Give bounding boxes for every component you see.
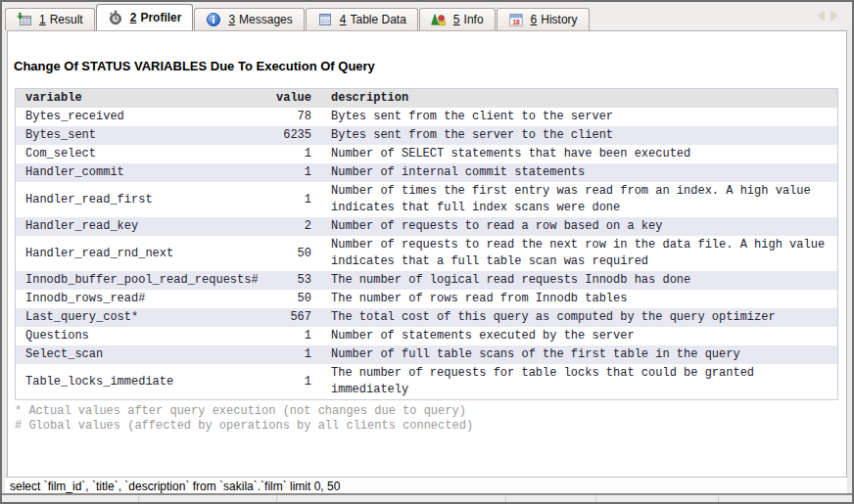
status-pane bbox=[719, 495, 852, 502]
cell-description: The number of rows read from Innodb tabl… bbox=[311, 290, 837, 308]
table-row[interactable]: Innodb_rows_read#50The number of rows re… bbox=[16, 290, 837, 308]
table-row[interactable]: Select_scan1Number of full table scans o… bbox=[16, 345, 837, 364]
cell-variable: Com_select bbox=[16, 145, 268, 163]
status-pane bbox=[139, 495, 277, 502]
tab-history[interactable]: 18 6History bbox=[497, 8, 590, 30]
cell-value: 1 bbox=[268, 345, 311, 364]
cell-description: Number of times the first entry was read… bbox=[311, 182, 837, 217]
cell-value: 53 bbox=[268, 271, 311, 290]
table-row[interactable]: Handler_read_key2Number of requests to r… bbox=[16, 217, 837, 236]
table-grid-icon bbox=[317, 12, 333, 27]
profiler-table-body: Bytes_received78Bytes sent from the clie… bbox=[16, 108, 837, 399]
table-row[interactable]: Bytes_received78Bytes sent from the clie… bbox=[16, 108, 837, 126]
footnote-global-values: # Global values (affected by operations … bbox=[15, 419, 846, 434]
cell-description: Number of statements executed by the ser… bbox=[311, 327, 837, 345]
table-header-row[interactable]: variable value description bbox=[16, 89, 837, 108]
cell-variable: Handler_read_key bbox=[16, 217, 268, 236]
shapes-icon bbox=[431, 12, 447, 27]
tab-label: 4Table Data bbox=[340, 13, 406, 26]
info-bubble-icon bbox=[206, 12, 221, 27]
cell-description: Number of full table scans of the first … bbox=[311, 345, 837, 364]
cell-variable: Handler_read_rnd_next bbox=[16, 245, 268, 263]
table-row[interactable]: Handler_read_rnd_next50Number of request… bbox=[16, 236, 837, 271]
calendar-icon: 18 bbox=[508, 12, 524, 27]
cell-variable: Table_locks_immediate bbox=[16, 373, 268, 391]
cell-description: Bytes sent from the client to the server bbox=[311, 108, 837, 126]
stopwatch-icon bbox=[108, 10, 123, 25]
table-row[interactable]: Bytes_sent6235Bytes sent from the server… bbox=[16, 126, 837, 145]
cell-description: Number of internal commit statements bbox=[311, 163, 837, 182]
tab-scroll-right-icon[interactable] bbox=[830, 10, 838, 22]
tab-table-data[interactable]: 4Table Data bbox=[306, 8, 418, 30]
cell-description: Bytes sent from the server to the client bbox=[311, 126, 837, 145]
tab-scroll-arrows bbox=[817, 10, 838, 22]
cell-variable: Select_scan bbox=[16, 345, 268, 364]
app-window: 1Result 2Profiler bbox=[0, 0, 854, 504]
cell-description: Number of requests to read the next row … bbox=[311, 236, 837, 271]
tab-label: 1Result bbox=[39, 13, 83, 26]
cell-value: 567 bbox=[268, 308, 311, 327]
result-grid-icon bbox=[17, 12, 32, 27]
tab-label: 6History bbox=[531, 13, 578, 26]
cell-variable: Questions bbox=[16, 327, 268, 345]
cell-description: The number of requests for table locks t… bbox=[311, 364, 837, 399]
table-row[interactable]: Handler_commit1Number of internal commit… bbox=[16, 163, 837, 182]
tab-result[interactable]: 1Result bbox=[5, 8, 95, 30]
status-pane bbox=[506, 495, 596, 502]
history-day-label: 18 bbox=[512, 19, 520, 25]
footnotes: * Actual values after query execution (n… bbox=[15, 404, 846, 434]
cell-value: 50 bbox=[268, 245, 311, 263]
cell-value: 78 bbox=[268, 108, 311, 126]
tab-bar: 1Result 2Profiler bbox=[2, 2, 852, 30]
status-bar bbox=[2, 493, 852, 502]
cell-value: 1 bbox=[268, 327, 311, 345]
table-row[interactable]: Innodb_buffer_pool_read_requests#53The n… bbox=[16, 271, 837, 290]
cell-variable: Bytes_received bbox=[16, 108, 268, 126]
cell-variable: Innodb_buffer_pool_read_requests# bbox=[16, 271, 268, 290]
status-pane bbox=[596, 495, 719, 502]
tab-label: 2Profiler bbox=[130, 11, 182, 24]
table-row[interactable]: Questions1Number of statements executed … bbox=[16, 327, 837, 345]
cell-description: The number of logical read requests Inno… bbox=[311, 271, 837, 290]
cell-value: 1 bbox=[268, 145, 311, 163]
tab-profiler[interactable]: 2Profiler bbox=[96, 4, 194, 30]
status-pane bbox=[277, 495, 506, 502]
cell-variable: Last_query_cost* bbox=[16, 308, 268, 327]
cell-value: 6235 bbox=[268, 126, 311, 145]
cell-description: The total cost of this query as computed… bbox=[311, 308, 837, 327]
cell-value: 1 bbox=[268, 163, 311, 182]
status-pane bbox=[2, 495, 139, 502]
tab-label: 3Messages bbox=[228, 13, 292, 26]
cell-value: 1 bbox=[268, 191, 311, 209]
profiler-panel: Change Of STATUS VARIABLES Due To Execut… bbox=[7, 30, 847, 477]
table-row[interactable]: Com_select1Number of SELECT statements t… bbox=[16, 145, 837, 163]
cell-value: 50 bbox=[268, 290, 311, 308]
table-row[interactable]: Table_locks_immediate1The number of requ… bbox=[16, 364, 837, 399]
tab-messages[interactable]: 3Messages bbox=[194, 8, 304, 30]
table-row[interactable]: Last_query_cost*567The total cost of thi… bbox=[16, 308, 837, 327]
footnote-actual-values: * Actual values after query execution (n… bbox=[15, 404, 846, 419]
query-text: select `film_id`, `title`, `description`… bbox=[10, 480, 340, 493]
page-title: Change Of STATUS VARIABLES Due To Execut… bbox=[14, 59, 846, 73]
query-bar: select `film_id`, `title`, `description`… bbox=[5, 477, 847, 493]
cell-variable: Handler_read_first bbox=[16, 191, 268, 209]
cell-variable: Bytes_sent bbox=[16, 126, 268, 145]
column-header-description: description bbox=[311, 89, 837, 108]
tab-label: 5Info bbox=[453, 13, 484, 26]
tab-scroll-left-icon[interactable] bbox=[817, 10, 825, 22]
cell-value: 1 bbox=[268, 373, 311, 391]
profiler-table: variable value description Bytes_receive… bbox=[15, 88, 838, 400]
column-header-value: value bbox=[268, 89, 311, 108]
cell-description: Number of requests to read a row based o… bbox=[311, 217, 837, 236]
cell-variable: Handler_commit bbox=[16, 163, 268, 182]
cell-description: Number of SELECT statements that have be… bbox=[311, 145, 837, 163]
column-header-variable: variable bbox=[16, 89, 268, 108]
cell-variable: Innodb_rows_read# bbox=[16, 290, 268, 308]
tab-info[interactable]: 5Info bbox=[419, 8, 496, 30]
table-row[interactable]: Handler_read_first1Number of times the f… bbox=[16, 182, 837, 217]
cell-value: 2 bbox=[268, 217, 311, 236]
